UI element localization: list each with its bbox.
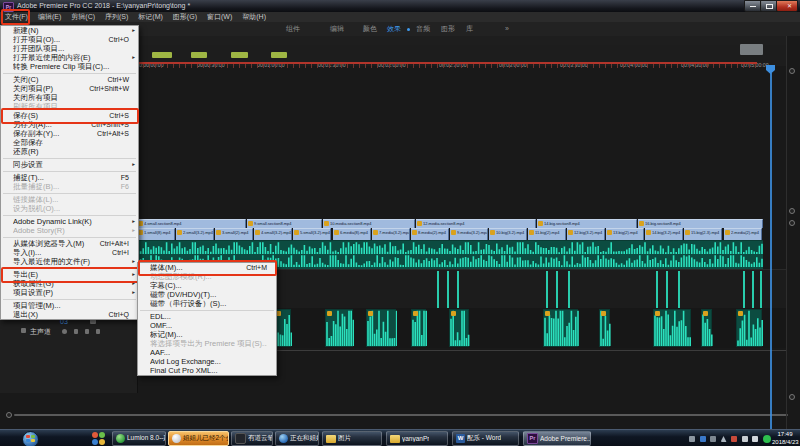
video-clip[interactable]: 1.small(8).mp4 — [137, 228, 175, 240]
sequence-marker[interactable] — [231, 52, 248, 58]
menu-item[interactable]: 关闭项目(P)Ctrl+Shift+W — [1, 84, 138, 93]
video-clip[interactable]: 9.small.section8.mp4 — [247, 219, 322, 228]
menu-item[interactable]: 保存(S)Ctrl+S — [1, 111, 138, 120]
security-alert-icon[interactable] — [731, 436, 737, 442]
menu-item[interactable]: 磁带（串行设备）(S)... — [138, 299, 276, 308]
menu-item[interactable]: 磁带 (DV/HDV)(T)... — [138, 290, 276, 299]
audio-clip[interactable] — [449, 309, 469, 347]
sequence-marker[interactable] — [271, 52, 287, 58]
settings-icon[interactable] — [710, 436, 716, 442]
menu-item[interactable]: Adobe Dynamic Link(K)▸ — [1, 217, 138, 226]
menu-item[interactable]: EDL... — [138, 312, 276, 321]
taskbar-clock[interactable]: 17:49 2018/4/23 — [772, 431, 798, 446]
audio-clip[interactable] — [736, 309, 762, 347]
pinwheel-app-icon[interactable] — [92, 432, 105, 445]
video-clip[interactable]: 16.big.section8.mp4 — [638, 219, 763, 228]
menubar-item-8[interactable]: 帮助(H) — [237, 12, 271, 22]
video-clip[interactable]: 8.media(2).mp4 — [411, 228, 449, 240]
workspace-tab-1[interactable]: 组件 — [286, 22, 300, 36]
video-clip[interactable]: 2.small(3-2).mp4 — [176, 228, 214, 240]
usb-device-icon[interactable] — [700, 436, 706, 442]
video-clip[interactable]: 4.small.section8.mp4 — [137, 219, 246, 228]
menu-item[interactable]: 字幕(C)... — [138, 281, 276, 290]
menu-item[interactable]: 打开项目(O)...Ctrl+O — [1, 35, 138, 44]
menubar-item-6[interactable]: 图形(G) — [168, 12, 202, 22]
workspace-tab-3[interactable]: 颜色 — [363, 22, 377, 36]
menu-item[interactable]: 关闭(C)Ctrl+W — [1, 75, 138, 84]
taskbar-button[interactable]: 图片 — [322, 431, 382, 446]
menubar-item-2[interactable]: 编辑(E) — [33, 12, 66, 22]
menu-item[interactable]: 获取属性(G)▸ — [1, 279, 138, 288]
audio-clip[interactable] — [325, 309, 353, 347]
video-clip[interactable]: 11.big(2).mp4 — [528, 228, 566, 240]
menu-item[interactable]: 项目管理(M)... — [1, 301, 138, 310]
taskbar-button[interactable]: yanyanPr — [386, 431, 448, 446]
menu-item[interactable]: 同步设置▸ — [1, 160, 138, 169]
menu-item[interactable]: 导入最近使用的文件(F)▸ — [1, 257, 138, 266]
video-clip[interactable]: 10.media.section8.mp4 — [323, 219, 415, 228]
menu-item[interactable]: 还原(R) — [1, 147, 138, 156]
video-clip[interactable]: 7.media(3-2).mp4 — [372, 228, 410, 240]
menu-item[interactable]: 项目设置(P)▸ — [1, 288, 138, 297]
video-clip[interactable]: 12.big(3-2).mp4 — [567, 228, 605, 240]
scroll-knob[interactable] — [6, 412, 12, 418]
lock-icon[interactable] — [21, 328, 26, 333]
taskbar-button[interactable]: 姐姐儿已经2个会话 — [168, 431, 229, 446]
taskbar-button[interactable]: PrAdobe Premiere... — [523, 431, 591, 446]
audio-clip[interactable] — [701, 309, 712, 347]
workspace-tab-7[interactable]: 库 — [466, 22, 473, 36]
scroll-knob[interactable] — [789, 68, 795, 74]
video-clip[interactable]: 10.big(3-2).mp4 — [489, 228, 527, 240]
video-clip[interactable]: 14.big.section8.mp4 — [537, 219, 637, 228]
video-clip[interactable]: 9.media(3-2).mp4 — [450, 228, 488, 240]
menubar-item-5[interactable]: 标记(M) — [133, 12, 168, 22]
360-safe-icon[interactable] — [763, 435, 771, 443]
scroll-knob[interactable] — [789, 220, 795, 226]
menu-item[interactable]: 打开最近使用的内容(E)▸ — [1, 53, 138, 62]
printer-icon[interactable] — [689, 436, 695, 442]
video-clip[interactable]: 14.big(3-2).mp4 — [645, 228, 683, 240]
workspace-tab-4[interactable]: 效果 — [387, 22, 401, 36]
menu-item[interactable]: 关闭所有项目 — [1, 93, 138, 102]
audio-clip[interactable] — [653, 309, 691, 347]
video-clip[interactable]: 6.media(8).mp4 — [333, 228, 371, 240]
menu-item[interactable]: 捕捉(T)...F5 — [1, 173, 138, 182]
video-clip[interactable]: 4.small(3-2).mp4 — [254, 228, 292, 240]
menu-item[interactable]: 从媒体浏览器导入(M)Ctrl+Alt+I — [1, 239, 138, 248]
knob-icon[interactable] — [96, 329, 100, 334]
menu-item[interactable]: 保存副本(Y)...Ctrl+Alt+S — [1, 129, 138, 138]
action-center-icon[interactable] — [742, 436, 748, 442]
menubar-item-3[interactable]: 剪辑(C) — [66, 12, 100, 22]
menu-item[interactable]: 转换 Premiere Clip 项目(C)... — [1, 62, 138, 71]
workspace-tab-5[interactable]: 音频 — [416, 22, 430, 36]
close-button[interactable]: ✕ — [776, 0, 798, 12]
menubar-item-7[interactable]: 窗口(W) — [202, 12, 237, 22]
sequence-marker[interactable] — [152, 52, 172, 58]
menu-item[interactable]: 退出(X)Ctrl+Q — [1, 310, 138, 319]
menu-item[interactable]: 全部保存 — [1, 138, 138, 147]
menu-item[interactable]: OMF... — [138, 321, 276, 330]
menu-item[interactable]: 新建(N)▸ — [1, 26, 138, 35]
workspace-tab-6[interactable]: 图形 — [441, 22, 455, 36]
video-clip[interactable]: 5.small(3-2).mp4 — [293, 228, 331, 240]
workspace-tab-2[interactable]: 编辑 — [330, 22, 344, 36]
volume-icon[interactable] — [752, 436, 758, 442]
taskbar-button[interactable]: Lumion 8.0--建... — [112, 431, 166, 446]
scroll-knob[interactable] — [789, 208, 795, 214]
knob-icon[interactable] — [74, 329, 78, 334]
workspace-overflow-chevron[interactable]: » — [505, 22, 509, 36]
video-clip[interactable]: 3.small(2).mp4 — [215, 228, 253, 240]
menubar-item-1[interactable]: 文件(F) — [0, 12, 33, 22]
audio-clip[interactable] — [543, 309, 578, 347]
taskbar-button[interactable]: 正在和姐姐儿10视... — [275, 431, 319, 446]
scroll-knob[interactable] — [789, 394, 795, 400]
video-clip[interactable]: 12.media.section8.mp4 — [416, 219, 536, 228]
menu-item[interactable]: 媒体(M)...Ctrl+M — [138, 263, 276, 272]
menu-item[interactable]: 标记(M)... — [138, 330, 276, 339]
video-clip[interactable]: 15.big(2-3).mp4 — [684, 228, 722, 240]
audio-clip[interactable] — [599, 309, 610, 347]
menu-item[interactable]: Final Cut Pro XML... — [138, 366, 276, 375]
menu-item[interactable]: AAF... — [138, 348, 276, 357]
menu-item[interactable]: 打开团队项目... — [1, 44, 138, 53]
audio-clip[interactable] — [366, 309, 396, 347]
